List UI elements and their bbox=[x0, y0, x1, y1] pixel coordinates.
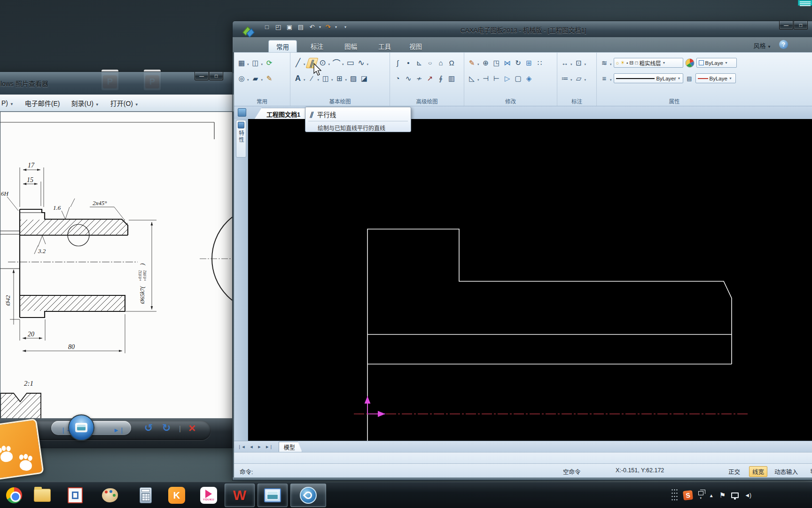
tray-grip[interactable] bbox=[671, 488, 678, 502]
chamfer-icon[interactable]: ◺ bbox=[467, 73, 476, 84]
menu-file-partial[interactable]: P) ▼ bbox=[1, 99, 14, 107]
color-combo[interactable]: ByLaye▼ bbox=[696, 58, 737, 68]
rotate-cw-button[interactable]: ↻ bbox=[162, 422, 171, 434]
paw-app-icon[interactable] bbox=[0, 418, 44, 480]
taskbar-explorer[interactable] bbox=[29, 484, 55, 507]
erase-icon[interactable]: ✎ bbox=[467, 58, 476, 68]
coordinate-icon[interactable]: ⊾ bbox=[414, 58, 424, 68]
line-icon[interactable]: ╱ bbox=[293, 58, 303, 68]
restore-windows-icon[interactable] bbox=[698, 491, 703, 495]
document-icon[interactable] bbox=[238, 108, 246, 117]
fit-spline-icon[interactable]: Ω bbox=[447, 58, 456, 68]
rotate-icon[interactable]: ↻ bbox=[514, 58, 523, 68]
formula-curve-icon[interactable]: ⊞ bbox=[335, 73, 344, 84]
text-edit-icon[interactable]: ▱ bbox=[574, 73, 584, 84]
show-hidden-icons[interactable]: ▲ bbox=[709, 493, 714, 498]
maximize-button[interactable]: □ bbox=[794, 21, 808, 30]
next-sheet-icon[interactable]: ► bbox=[257, 444, 261, 449]
polygon-icon[interactable]: ⌂ bbox=[436, 58, 445, 68]
properties-panel-tab[interactable]: 特性 bbox=[236, 120, 246, 158]
volume-icon[interactable]: ◄) bbox=[744, 492, 751, 499]
color-wheel-icon[interactable] bbox=[685, 58, 695, 68]
block-icon[interactable]: ◈ bbox=[524, 73, 534, 84]
command-input-row[interactable] bbox=[234, 452, 812, 463]
isolate-icon[interactable]: ▢ bbox=[514, 73, 523, 84]
hatch-icon[interactable]: ▨ bbox=[349, 73, 358, 84]
action-center-flag-icon[interactable]: ⚑ bbox=[719, 491, 726, 500]
detail-view-icon[interactable]: ◔ bbox=[393, 73, 402, 84]
curve-icon[interactable]: ∫ bbox=[393, 58, 402, 68]
taskbar-wps[interactable]: W bbox=[225, 484, 255, 507]
zoom-tool-icon[interactable]: ◎ bbox=[237, 73, 246, 84]
extend-icon[interactable]: ⊢ bbox=[492, 73, 501, 84]
scale-icon[interactable]: ∷ bbox=[535, 58, 545, 68]
layer-combo[interactable]: ○ ☀ ▪ ⊟ □ 粗实线层 ▼ bbox=[614, 58, 683, 68]
next-button[interactable]: ►❘ bbox=[113, 424, 125, 436]
dimension-icon[interactable]: ↔ bbox=[560, 58, 570, 68]
wave-line-icon[interactable]: ∿ bbox=[404, 73, 413, 84]
play-slideshow-button[interactable] bbox=[68, 414, 94, 441]
rotate-ccw-button[interactable]: ↺ bbox=[144, 422, 153, 434]
line-width-icon[interactable]: ≡ bbox=[600, 73, 609, 84]
layers-icon[interactable]: ≋ bbox=[600, 58, 609, 68]
tab-gongju[interactable]: 工具 bbox=[371, 40, 398, 52]
copy-icon[interactable]: ◫ bbox=[251, 58, 260, 68]
network-icon[interactable] bbox=[731, 492, 739, 498]
tab-changyong[interactable]: 常用 bbox=[268, 40, 297, 52]
copy-entity-icon[interactable]: ◳ bbox=[492, 58, 501, 68]
fill-icon[interactable]: ◪ bbox=[359, 73, 369, 84]
stretch-icon[interactable]: ▷ bbox=[503, 73, 512, 84]
taskbar-photo-viewer[interactable] bbox=[258, 484, 288, 507]
taskbar-calculator[interactable] bbox=[133, 484, 159, 507]
minimize-button[interactable]: — bbox=[195, 72, 209, 80]
taskbar-paint[interactable] bbox=[97, 484, 123, 507]
taskbar-chrome[interactable] bbox=[1, 484, 27, 507]
sogou-tray-icon[interactable]: S bbox=[683, 490, 693, 500]
first-sheet-icon[interactable]: ❘◄ bbox=[238, 444, 245, 449]
coord-dim-icon[interactable]: ⊡ bbox=[574, 58, 584, 68]
linestyle-combo[interactable]: ByLayer▼ bbox=[614, 73, 683, 83]
paste-icon[interactable]: ▦ bbox=[237, 58, 246, 68]
nav-toggle-partial[interactable]: 导 bbox=[810, 467, 812, 476]
mirror-icon[interactable]: ⋈ bbox=[503, 58, 512, 68]
ortho-toggle[interactable]: 正交 bbox=[728, 467, 740, 476]
trim-icon[interactable]: ⊣ bbox=[481, 73, 491, 84]
format-brush-icon[interactable]: ✎ bbox=[265, 73, 274, 84]
taskbar-cad-viewer[interactable] bbox=[62, 484, 88, 507]
stamp-icon[interactable]: ▰ bbox=[251, 73, 260, 84]
maximize-button[interactable]: □ bbox=[209, 72, 223, 80]
hole-shaft-icon[interactable]: ▥ bbox=[447, 73, 456, 84]
linewidth-toggle[interactable]: 线宽 bbox=[749, 466, 767, 477]
menu-burn[interactable]: 刻录(U) ▼ bbox=[71, 98, 99, 108]
spline-icon[interactable]: ∿ bbox=[357, 58, 366, 68]
photo-viewer-titlebar[interactable]: lows 照片查看器 — □ bbox=[0, 72, 234, 95]
double-fold-icon[interactable]: ≁ bbox=[414, 73, 424, 84]
document-tab[interactable]: 工程图文档1 bbox=[254, 108, 312, 119]
tab-tufu[interactable]: 图幅 bbox=[337, 40, 365, 52]
dynamic-input-toggle[interactable]: 动态输入 bbox=[774, 467, 798, 476]
help-button[interactable]: ? bbox=[779, 40, 788, 49]
arrow-tool-icon[interactable]: ↗ bbox=[425, 73, 435, 84]
desktop-gadget[interactable] bbox=[798, 0, 812, 6]
arc-icon[interactable]: ⌒ bbox=[332, 58, 341, 68]
move-icon[interactable]: ⊕ bbox=[481, 58, 491, 68]
rectangle-icon[interactable]: ▭ bbox=[346, 58, 355, 68]
taskbar-kuwo[interactable]: K bbox=[164, 484, 190, 507]
menu-open[interactable]: 打开(O) ▼ bbox=[110, 98, 139, 108]
contour-icon[interactable]: ∮ bbox=[436, 73, 445, 84]
ellipse-icon[interactable]: ○ bbox=[425, 59, 435, 67]
last-sheet-icon[interactable]: ►❘ bbox=[265, 444, 273, 449]
sync-icon[interactable]: ⟳ bbox=[265, 58, 274, 68]
caxa-titlebar[interactable]: □ ◰ ▣ ▤ ↶▾ ↷▾ ▾ CAXA电子图板2013 - 机械版 - [工程… bbox=[233, 21, 812, 37]
text-tool-icon[interactable]: A bbox=[293, 73, 303, 84]
tab-biaozhu[interactable]: 标注 bbox=[303, 40, 331, 52]
menu-email[interactable]: 电子邮件(E) bbox=[25, 98, 60, 108]
delete-button[interactable]: × bbox=[188, 422, 195, 434]
taskbar-youku[interactable]: YOUKU bbox=[195, 484, 222, 507]
array-icon[interactable]: ⊞ bbox=[524, 58, 534, 68]
taskbar-caxa[interactable] bbox=[290, 484, 326, 507]
tab-shitu[interactable]: 视图 bbox=[402, 40, 429, 52]
prev-sheet-icon[interactable]: ◄ bbox=[249, 444, 253, 449]
drawing-canvas[interactable] bbox=[248, 119, 812, 441]
model-tab[interactable]: 模型 bbox=[279, 442, 302, 452]
